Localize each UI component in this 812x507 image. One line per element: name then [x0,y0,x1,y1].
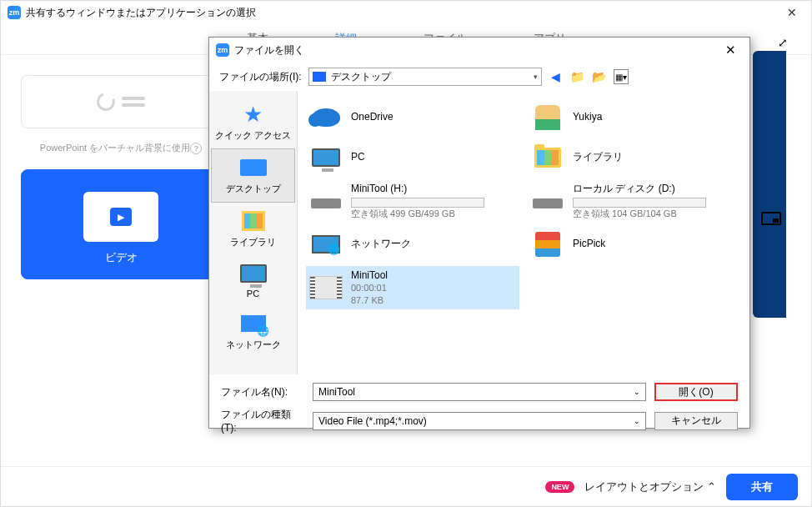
dialog-title: ファイルを開く [234,43,304,58]
drive-icon [311,198,341,208]
chevron-down-icon: ⌄ [634,417,640,425]
parent-close-button[interactable]: ✕ [773,1,811,24]
video-file-icon [309,276,343,299]
item-video-file[interactable]: MiniTool 00:00:01 87.7 KB [306,266,519,309]
share-button[interactable]: 共有 [726,474,798,500]
dialog-toolbar: ファイルの場所(I): デスクトップ ▾ ◀ 📁 📂 ▦▾ [209,63,749,91]
zoom-icon: zm [8,6,21,19]
star-icon: ★ [240,103,267,126]
disk-usage-bar [573,198,706,208]
filename-label: ファイル名(N): [221,385,304,399]
ppt-caption: PowerPoint をバーチャル背景に使用? [21,142,221,154]
network-icon [312,235,340,254]
chevron-down-icon: ⌄ [634,388,640,396]
location-value: デスクトップ [331,70,391,84]
parent-titlebar: zm 共有するウィンドウまたはアプリケーションの選択 [1,1,811,24]
help-icon[interactable]: ? [190,143,202,154]
library-icon [242,211,265,231]
new-folder-icon[interactable]: 📂 [592,69,607,84]
pc-icon [240,264,267,283]
disk-usage-bar [351,198,484,208]
dialog-close-button[interactable]: ✕ [711,38,749,63]
location-label: ファイルの場所(I): [219,70,302,84]
sidebar-quick-access[interactable]: ★ クイック アクセス [209,96,297,148]
preview-panel [753,51,786,318]
expand-icon[interactable]: ⤢ [778,36,788,49]
filetype-select[interactable]: Video File (*.mp4;*.mov) ⌄ [313,412,646,430]
user-icon [535,105,560,130]
sidebar-library[interactable]: ライブラリ [209,203,297,255]
item-pc[interactable]: PC [306,139,519,176]
video-card[interactable]: ▶ ビデオ [21,169,221,279]
cloud-icon [312,108,340,127]
view-icon[interactable]: ▦▾ [614,69,629,84]
sidebar-desktop[interactable]: デスクトップ [211,148,295,203]
desktop-icon [240,159,267,176]
item-drive-h[interactable]: MiniTool (H:) 空き領域 499 GB/499 GB [306,179,519,223]
filetype-label: ファイルの種類(T): [221,408,304,434]
back-icon[interactable]: ◀ [549,69,564,84]
ppt-card[interactable] [21,75,221,128]
file-open-dialog: zm ファイルを開く ✕ ファイルの場所(I): デスクトップ ▾ ◀ 📁 📂 … [208,37,750,429]
places-sidebar: ★ クイック アクセス デスクトップ ライブラリ PC ネットワーク [209,91,298,374]
item-library[interactable]: ライブラリ [528,139,741,176]
filename-input[interactable]: MiniTool ⌄ [313,383,646,401]
drive-icon [533,198,563,208]
library-folder-icon [534,148,561,168]
parent-footer: NEW レイアウトとオプション ⌃ 共有 [1,466,811,506]
dialog-titlebar: zm ファイルを開く [209,38,749,63]
desktop-icon [313,72,326,82]
open-button[interactable]: 開く(O) [654,383,738,401]
item-onedrive[interactable]: OneDrive [306,99,519,136]
sidebar-network[interactable]: ネットワーク [209,305,297,358]
chevron-down-icon: ▾ [534,73,538,81]
item-drive-d[interactable]: ローカル ディスク (D:) 空き領域 104 GB/104 GB [528,179,741,223]
cancel-button[interactable]: キャンセル [654,412,738,430]
video-label: ビデオ [35,250,207,265]
item-network[interactable]: ネットワーク [306,226,519,263]
parent-title: 共有するウィンドウまたはアプリケーションの選択 [26,6,256,20]
video-thumb-icon: ▶ [83,192,158,242]
new-badge: NEW [545,481,574,493]
pip-icon[interactable] [761,212,781,225]
file-list: OneDrive Yukiya PC ライブラリ MiniTool (H:) 空… [298,91,749,374]
item-user[interactable]: Yukiya [528,99,741,136]
network-icon [241,315,266,332]
sidebar-pc[interactable]: PC [209,255,297,305]
pc-icon [312,148,340,167]
item-picpick[interactable]: PicPick [528,226,741,263]
location-dropdown[interactable]: デスクトップ ▾ [308,68,542,86]
up-icon[interactable]: 📁 [570,69,585,84]
picpick-icon [535,232,560,257]
zoom-icon: zm [216,43,229,57]
layout-options-button[interactable]: レイアウトとオプション ⌃ [584,479,716,494]
